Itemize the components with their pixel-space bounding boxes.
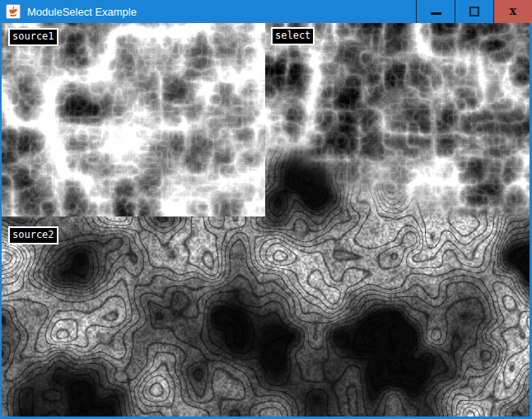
close-button[interactable]: x [493, 0, 532, 23]
window-controls: x [416, 0, 532, 23]
titlebar[interactable]: ModuleSelect Example x [0, 0, 532, 23]
label-source1: source1 [8, 28, 58, 46]
java-coffee-cup-icon [6, 4, 21, 19]
minimize-dash-icon [431, 12, 441, 15]
maximize-square-icon [469, 7, 479, 16]
render-viewport: source1 select source2 [2, 23, 530, 417]
noise-viewport-canvas [2, 23, 530, 417]
maximize-button[interactable] [455, 0, 493, 23]
window-title: ModuleSelect Example [27, 6, 416, 18]
label-select: select [271, 27, 315, 45]
label-source2: source2 [8, 226, 58, 244]
minimize-button[interactable] [416, 0, 455, 23]
app-window: ModuleSelect Example x source1 select so… [0, 0, 532, 419]
close-x-icon: x [510, 5, 516, 16]
